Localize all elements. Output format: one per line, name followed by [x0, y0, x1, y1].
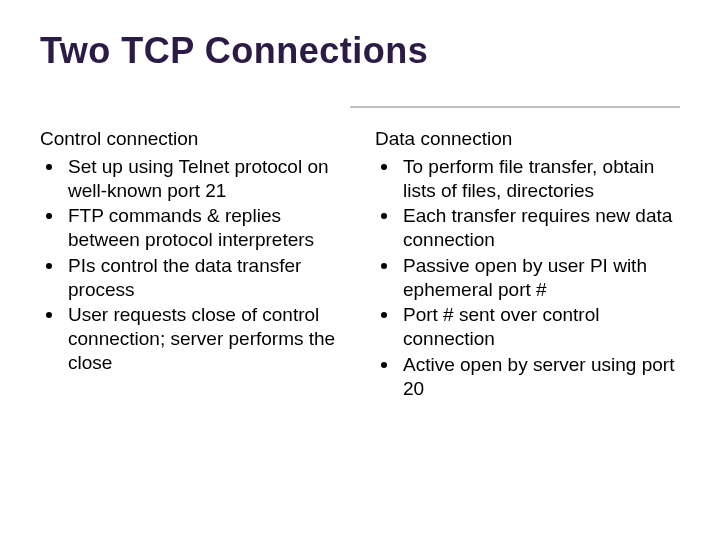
bullet-icon [381, 164, 387, 170]
bullet-text: Each transfer requires new data connecti… [403, 205, 672, 250]
slide-title: Two TCP Connections [40, 30, 680, 72]
bullet-text: FTP commands & replies between protocol … [68, 205, 314, 250]
title-underline [350, 106, 680, 108]
list-item: User requests close of control connectio… [40, 303, 345, 374]
list-item: FTP commands & replies between protocol … [40, 204, 345, 252]
bullet-icon [381, 213, 387, 219]
list-item: Passive open by user PI with ephemeral p… [375, 254, 680, 302]
list-item: Port # sent over control connection [375, 303, 680, 351]
bullet-icon [381, 263, 387, 269]
bullet-icon [46, 312, 52, 318]
bullet-text: PIs control the data transfer process [68, 255, 301, 300]
slide: Two TCP Connections Control connection S… [0, 0, 720, 540]
right-bullet-list: To perform file transfer, obtain lists o… [375, 155, 680, 401]
bullet-icon [381, 312, 387, 318]
bullet-text: Port # sent over control connection [403, 304, 599, 349]
bullet-icon [46, 263, 52, 269]
list-item: PIs control the data transfer process [40, 254, 345, 302]
list-item: Each transfer requires new data connecti… [375, 204, 680, 252]
bullet-icon [381, 362, 387, 368]
bullet-text: To perform file transfer, obtain lists o… [403, 156, 654, 201]
left-column: Control connection Set up using Telnet p… [40, 127, 345, 402]
left-bullet-list: Set up using Telnet protocol on well-kno… [40, 155, 345, 375]
right-column-header: Data connection [375, 127, 680, 151]
bullet-text: User requests close of control connectio… [68, 304, 335, 373]
list-item: Set up using Telnet protocol on well-kno… [40, 155, 345, 203]
bullet-text: Active open by server using port 20 [403, 354, 674, 399]
list-item: To perform file transfer, obtain lists o… [375, 155, 680, 203]
bullet-text: Passive open by user PI with ephemeral p… [403, 255, 647, 300]
bullet-icon [46, 164, 52, 170]
list-item: Active open by server using port 20 [375, 353, 680, 401]
bullet-text: Set up using Telnet protocol on well-kno… [68, 156, 329, 201]
bullet-icon [46, 213, 52, 219]
left-column-header: Control connection [40, 127, 345, 151]
columns: Control connection Set up using Telnet p… [40, 127, 680, 402]
right-column: Data connection To perform file transfer… [375, 127, 680, 402]
